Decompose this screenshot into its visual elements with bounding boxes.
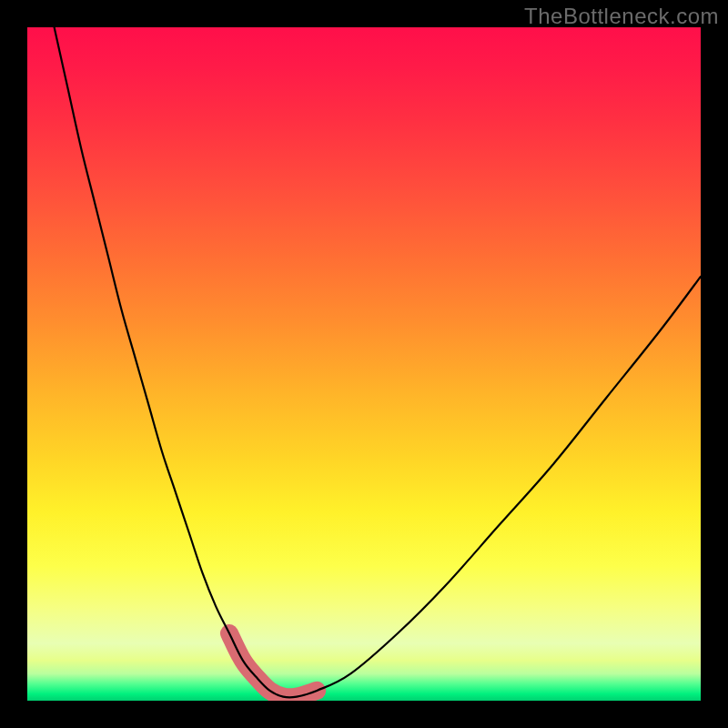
watermark-text: TheBottleneck.com — [524, 4, 719, 29]
chart-frame: TheBottleneck.com — [0, 0, 728, 728]
plot-area — [27, 27, 701, 701]
curve-svg — [27, 27, 701, 701]
bottleneck-curve — [55, 27, 701, 697]
highlight-segment — [229, 633, 317, 697]
